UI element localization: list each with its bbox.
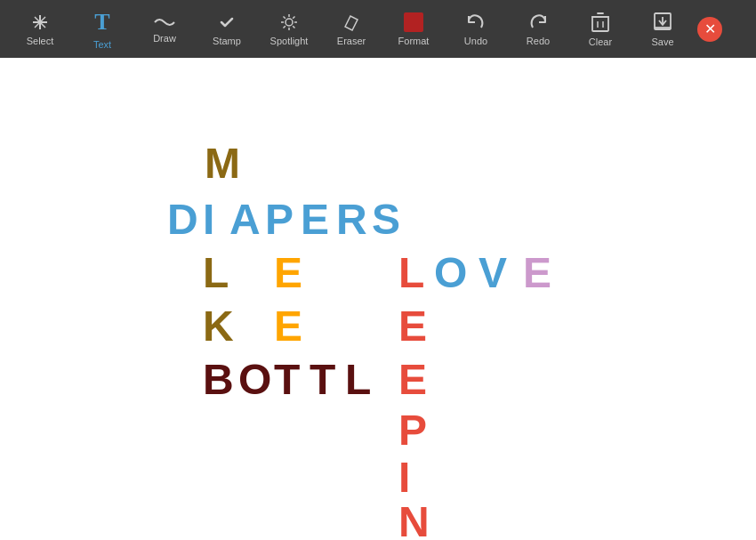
- canvas-letter[interactable]: V: [479, 252, 507, 294]
- canvas-letter[interactable]: N: [398, 501, 430, 540]
- canvas-letter[interactable]: E: [274, 252, 302, 294]
- save-label: Save: [651, 36, 673, 47]
- svg-line-11: [293, 16, 294, 18]
- stamp-icon: [217, 12, 237, 32]
- save-icon: [653, 12, 672, 33]
- spotlight-icon: [279, 12, 299, 32]
- toolbar: Select T Text Draw Stamp: [0, 0, 756, 58]
- undo-label: Undo: [464, 36, 487, 46]
- canvas-letter[interactable]: L: [203, 252, 229, 294]
- canvas-letter[interactable]: M: [205, 142, 240, 185]
- spotlight-tool-button[interactable]: Spotlight: [258, 0, 320, 58]
- canvas-letter[interactable]: E: [301, 198, 329, 241]
- canvas-letter[interactable]: D: [167, 198, 198, 241]
- clear-label: Clear: [589, 36, 612, 47]
- draw-icon: [153, 15, 176, 29]
- close-button[interactable]: ✕: [697, 17, 722, 42]
- eraser-label: Eraser: [337, 36, 366, 46]
- format-tool-button[interactable]: Format: [382, 0, 445, 58]
- canvas-letter[interactable]: L: [345, 359, 371, 401]
- canvas-letter[interactable]: E: [523, 252, 551, 294]
- svg-point-4: [286, 19, 293, 26]
- text-label: Text: [93, 39, 111, 50]
- canvas-letter[interactable]: B: [203, 359, 234, 401]
- canvas-letter[interactable]: O: [434, 252, 467, 294]
- canvas-letter[interactable]: P: [265, 198, 294, 241]
- stamp-tool-button[interactable]: Stamp: [196, 0, 258, 58]
- svg-rect-13: [592, 17, 608, 31]
- clear-tool-button[interactable]: Clear: [569, 0, 631, 58]
- canvas-letter[interactable]: E: [398, 305, 427, 348]
- save-tool-button[interactable]: Save: [631, 0, 694, 58]
- spotlight-label: Spotlight: [270, 36, 309, 46]
- eraser-icon: [342, 12, 361, 32]
- format-icon: [404, 12, 423, 32]
- canvas-letter[interactable]: E: [398, 359, 427, 401]
- canvas-letter[interactable]: R: [336, 198, 367, 241]
- svg-line-12: [284, 26, 286, 28]
- canvas-letter[interactable]: T: [274, 359, 300, 401]
- clear-icon: [591, 12, 610, 33]
- canvas-letter[interactable]: I: [203, 198, 214, 241]
- svg-line-10: [293, 26, 294, 28]
- redo-icon: [527, 12, 549, 32]
- canvas-letter[interactable]: O: [238, 359, 271, 401]
- select-icon: [30, 12, 50, 32]
- undo-tool-button[interactable]: Undo: [445, 0, 507, 58]
- select-label: Select: [27, 36, 54, 46]
- canvas-letter[interactable]: K: [203, 305, 234, 348]
- canvas-letter[interactable]: P: [398, 409, 427, 452]
- undo-icon: [465, 12, 487, 32]
- draw-tool-button[interactable]: Draw: [133, 0, 196, 58]
- canvas-letter[interactable]: I: [398, 456, 410, 499]
- canvas-letter[interactable]: A: [229, 198, 261, 241]
- stamp-label: Stamp: [213, 36, 241, 46]
- select-tool-button[interactable]: Select: [9, 0, 71, 58]
- canvas-letter[interactable]: S: [372, 198, 400, 241]
- eraser-tool-button[interactable]: Eraser: [320, 0, 382, 58]
- canvas-letter[interactable]: T: [310, 359, 335, 401]
- redo-tool-button[interactable]: Redo: [507, 0, 569, 58]
- text-tool-button[interactable]: T Text: [71, 0, 133, 58]
- redo-label: Redo: [527, 36, 550, 46]
- format-label: Format: [398, 36, 430, 46]
- canvas-letter[interactable]: E: [274, 305, 302, 348]
- canvas-area[interactable]: MDIAPERSLELOVEKEEBOTTLEPING: [0, 58, 756, 540]
- svg-line-9: [284, 16, 286, 18]
- canvas-letter[interactable]: L: [398, 252, 424, 294]
- text-icon: T: [94, 9, 109, 36]
- draw-label: Draw: [153, 33, 176, 44]
